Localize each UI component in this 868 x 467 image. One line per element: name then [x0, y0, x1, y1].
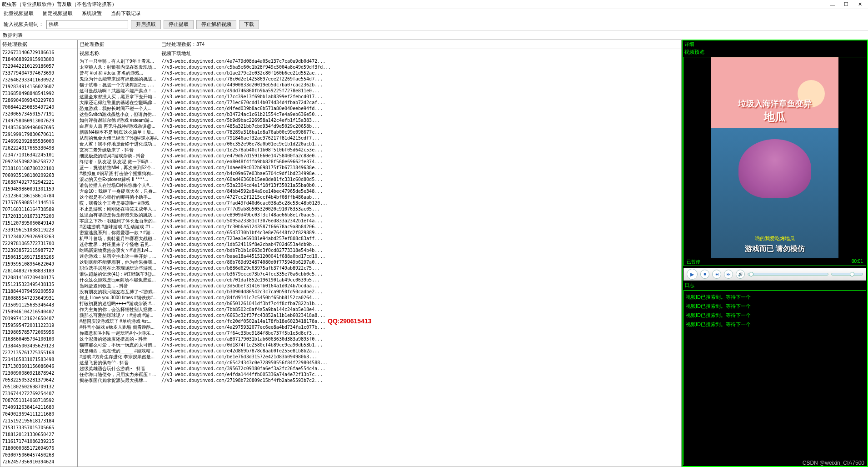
pending-id-row[interactable]: 7230090080921878942	[0, 370, 77, 377]
pending-id-row[interactable]: 7175765908514144516	[0, 199, 77, 206]
pending-id-row[interactable]: 7339196151038119223	[0, 226, 77, 233]
data-row[interactable]: 如何评价谢菲尔德 #游戏 #steam游...//v3-webc.douyinv…	[78, 117, 681, 123]
pending-id-row[interactable]: 7149758060913007629	[0, 117, 77, 124]
data-row[interactable]: 大家还记得红警里的基诺在空翻吗@...//v3-webc.douyinvod.c…	[78, 100, 681, 105]
pending-id-row[interactable]: 7008441250855497240	[0, 104, 77, 110]
pending-id-row[interactable]: 7184068892915903800	[0, 56, 77, 63]
pending-id-row[interactable]: 7272135761775355168	[0, 349, 77, 356]
data-row[interactable]: 白眉夫人后 再无斗战神#游戏杂谈@...//v3-webc.douyinvod.…	[78, 123, 681, 129]
data-row[interactable]: 这可是战场啊！武器能不能严肃点！...//v3-webc.douyinvod.c…	[78, 88, 681, 94]
data-row[interactable]: 没有朋友的我只能左右互搏了~#游戏...//v3-webc.douyinvod.…	[78, 289, 681, 295]
pending-id-row[interactable]: 7262224017665330493	[0, 145, 77, 151]
play-button[interactable]: ▶	[687, 269, 698, 280]
pending-id-row[interactable]: 7116171741086239215	[0, 438, 77, 445]
pending-id-row[interactable]: 7281448927698833189	[0, 267, 77, 274]
volume-slider[interactable]	[831, 273, 863, 276]
pending-id-row[interactable]: 7323938572115987727	[0, 247, 77, 254]
data-row[interactable]: 超级英雄适合玩什么游戏~ - 抖音//v3-webc.douyinvod.com…	[78, 366, 681, 372]
pending-id-row[interactable]: 7312364186158614784	[0, 192, 77, 199]
menu-batch-extract[interactable]: 批量视频提取	[2, 9, 35, 18]
pending-id-list[interactable]: 7226731406729186616718406889291590380073…	[0, 49, 77, 467]
data-row[interactable]: 细思极恐的结局#游戏杂谈 - 抖音//v3-webc.douyinvod.com…	[78, 153, 681, 159]
data-row[interactable]: 这个彩蛋的还原度还挺高的 - 抖音//v3-webc.douyinvod.com…	[78, 336, 681, 342]
pending-id-row[interactable]: 7246992092885536000	[0, 138, 77, 145]
pending-id-row[interactable]: 7320065734501577191	[0, 110, 77, 117]
data-row[interactable]: 这里面有哪些是你觉得最失败的跳跃...//v3-webc.douyinvod.c…	[78, 212, 681, 218]
pending-id-row[interactable]: 7316850498848541992	[0, 90, 77, 97]
data-row[interactable]: 机甲斗兽场，奥特曼月神赛赛大战磁...//v3-webc.douyinvod.c…	[78, 236, 681, 241]
data-row[interactable]: 这到底能不能驱邪啊，他为啥朱接我...//v3-webc.douyinvod.c…	[78, 259, 681, 265]
pending-id-row[interactable]: 7060935198180209263	[0, 172, 77, 179]
data-row[interactable]: #抖音小游戏 #橡皮人跑酷 倒看跑酷...//v3-webc.douyinvod…	[78, 324, 681, 330]
data-row[interactable]: 哎，我看这个王者是要凉啦~ #游戏//v3-webc.douyinvod.com…	[78, 200, 681, 206]
pending-id-row[interactable]: 7326462933411630922	[0, 76, 77, 83]
close-button[interactable]: ✕	[853, 0, 866, 9]
menu-download-log[interactable]: 当前下载记录	[109, 9, 143, 18]
pending-id-row[interactable]: 7151207395060849149	[0, 220, 77, 226]
data-row[interactable]: 作为主角的你，会选择牺牲别人拯救...//v3-webc.douyinvod.c…	[78, 306, 681, 312]
data-row[interactable]: #团建游戏 #趣味游戏 #互动游戏 #1...//v3-webc.douyinv…	[78, 224, 681, 230]
data-row[interactable]: 食人鲨！我不停地觅食终于进化成功...//v3-webc.douyinvod.c…	[78, 141, 681, 147]
pending-id-row[interactable]: 7188120121330650427	[0, 431, 77, 438]
data-row[interactable]: 鬼泣为什么能带来没有挫败感的挑战...//v3-webc.douyinvod.c…	[78, 76, 681, 82]
data-row[interactable]: 谁曾位描人在过场C时长惊像个人#...//v3-webc.douyinvod.c…	[78, 182, 681, 188]
pending-id-row[interactable]: 7051802602698709132	[0, 383, 77, 390]
data-row[interactable]: 曾与 #lol 和 #dota 齐名的游戏...//v3-webc.douyin…	[78, 70, 681, 76]
pending-id-row[interactable]: 7163660405704100100	[0, 336, 77, 342]
pending-id-row[interactable]: 7171303601156086046	[0, 363, 77, 370]
pending-id-row[interactable]: 7118844079459200559	[0, 288, 77, 295]
stop-parse-button[interactable]: 停止解析视频	[196, 20, 236, 29]
data-row[interactable]: 恐鬼游戏：我好长时间不碰一个人...//v3-webc.douyinvod.co…	[78, 105, 681, 111]
data-row[interactable]: 你愿意和'#小舞 一起玩吗#小小游乐...//v3-webc.douyinvod…	[78, 330, 681, 336]
pending-id-row[interactable]: 7150615189171583265	[0, 254, 77, 261]
data-row[interactable]: 这是飞扬的佩奇^^ - 抖音//v3-webc.douyinvod.com/c6…	[78, 360, 681, 366]
data-row[interactable]: #想国庆没游戏玩了 #单机游戏 #st...//v3-webc.douyinvo…	[78, 318, 681, 324]
data-row[interactable]: 为了一只坐骑，有人刷了9年？看来...//v3-webc.douyinvod.c…	[78, 58, 681, 64]
col-video-name[interactable]: 视频名称	[78, 49, 160, 58]
pending-id-row[interactable]: 7286904609343229760	[0, 97, 77, 104]
slider-thumb[interactable]	[749, 272, 753, 276]
data-row[interactable]: 任你海口随便夸，只用实力来碾压！...//v3-webc.douyinvod.c…	[78, 372, 681, 377]
pending-id-row[interactable]: 7092345098206258727	[0, 158, 77, 165]
stop-extract-button[interactable]: 停止提取	[164, 20, 194, 29]
data-grid-body[interactable]: QQ:290615413 为了一只坐骑，有人刷了9年？看来...//v3-web…	[78, 58, 681, 467]
pending-id-row[interactable]: 7215192195618173184	[0, 417, 77, 424]
pending-id-row[interactable]: 7229781065772731700	[0, 240, 77, 247]
pending-id-row[interactable]: 7316744272769254407	[0, 390, 77, 397]
pending-id-row[interactable]: 7329442210129186057	[0, 63, 77, 70]
data-row[interactable]: 职位选手居然在比赛现场玩这些游戏...//v3-webc.douyinvod.c…	[78, 265, 681, 271]
maximize-button[interactable]: ☐	[840, 0, 853, 9]
data-row[interactable]: #游戏 #方舟生存进化 李宗揆果然是...//v3-webc.douyinvod…	[78, 354, 681, 360]
menu-settings[interactable]: 系统设置	[80, 9, 104, 18]
data-row[interactable]: 玄冥二老升级版来了 - 抖音//v3-webc.douyinvod.com/1e…	[78, 147, 681, 153]
data-row[interactable]: 迷你世界：村庄里来了个怪物 看见...//v3-webc.douyinvod.c…	[78, 241, 681, 247]
pending-id-row[interactable]: 7138445003495629123	[0, 342, 77, 349]
data-row[interactable]: 方命10：我继了一身硬底大衣，只身...//v3-webc.douyinvod.…	[78, 188, 681, 194]
data-row[interactable]: 我是梅西，现在慌的_____ #游戏精...//v3-webc.douyinvo…	[78, 348, 681, 354]
log-box[interactable]: 视频ID已搜索到。等待下一个视频ID已搜索到。等待下一个视频ID已搜索到。等待下…	[683, 290, 866, 465]
pending-id-row[interactable]: 7159489860091301159	[0, 186, 77, 192]
start-crawl-button[interactable]: 开启抓取	[131, 20, 161, 29]
data-row[interactable]: 这里全东都没人买，黑豆拿下去开箱...//v3-webc.douyinvod.c…	[78, 94, 681, 100]
pending-id-row[interactable]: 7338101108780322100	[0, 165, 77, 172]
pending-id-row[interactable]: 7148536069496067695	[0, 124, 77, 131]
pending-id-row[interactable]: 7340912638414211680	[0, 404, 77, 411]
pending-id-row[interactable]: 7234771016342245101	[0, 151, 77, 158]
volume-thumb[interactable]	[850, 272, 854, 276]
next-button[interactable]: ⏭	[724, 270, 733, 279]
progress-slider[interactable]	[748, 273, 828, 276]
data-row[interactable]: 什么这么游戏是Epic商场不能免费送...//v3-webc.douyinvod…	[78, 277, 681, 283]
pending-id-row[interactable]: 7159595108964622049	[0, 261, 77, 267]
data-row[interactable]: 猫猫那么可爱，不玩一玩真的太可惜...//v3-webc.douyinvod.c…	[78, 342, 681, 348]
pending-id-row[interactable]: 7153173357015705665	[0, 424, 77, 431]
pending-id-row[interactable]: 7019974121624650407	[0, 315, 77, 322]
data-row[interactable]: 终结者：队友呢 队友呢 救一下吗#...//v3-webc.douyinvod.…	[78, 159, 681, 165]
pending-id-row[interactable]: 7120814107209400175	[0, 274, 77, 281]
pending-id-row[interactable]: 7160885547293649931	[0, 295, 77, 301]
col-video-url[interactable]: 视频下载地址	[160, 49, 681, 58]
pending-id-row[interactable]: 7053225053281379642	[0, 377, 77, 383]
data-row[interactable]: 新版N4根本不是'到底'这么简单！后...//v3-webc.douyinvod…	[78, 129, 681, 135]
pending-id-row[interactable]: 7291999179830670611	[0, 131, 77, 138]
data-row[interactable]: 揭秘泰国代购拿货源头最大佛牌...//v3-webc.douyinvod.com…	[78, 377, 681, 383]
data-row[interactable]: 零度之下25：我碰到了体长近百米的...//v3-webc.douyinvod.…	[78, 218, 681, 224]
